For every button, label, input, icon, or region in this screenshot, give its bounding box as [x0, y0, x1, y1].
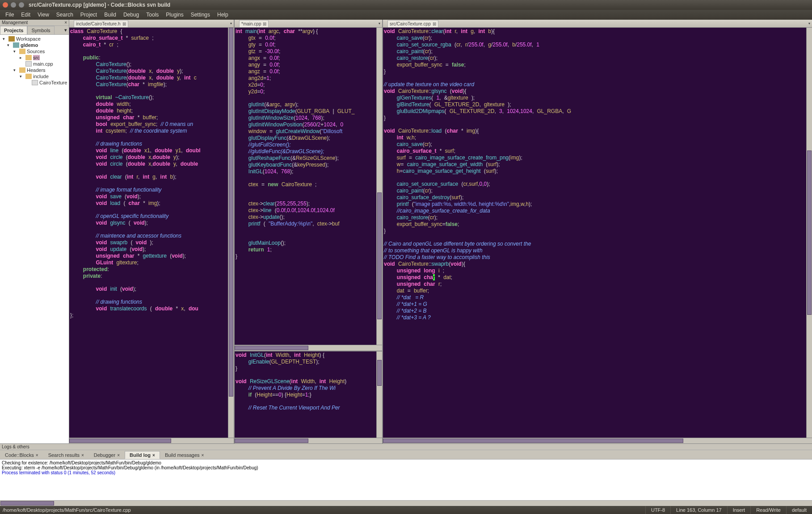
tab-list-dropdown-icon[interactable]: ▾ — [379, 21, 380, 25]
panel-close-icon[interactable]: × — [64, 20, 67, 25]
window-title: src/CairoTexture.cpp [gldemo] - Code::Bl… — [29, 2, 170, 8]
file-tab-cairotexture-h[interactable]: include/CairoTexture.h ⊠ — [74, 20, 128, 27]
horizontal-scrollbar[interactable] — [69, 438, 234, 443]
management-panel: Management × Projects Symbols ▾ ▾Workspa… — [0, 20, 69, 443]
tree-toggle-icon[interactable]: ▾ — [3, 37, 7, 41]
vertical-scrollbar[interactable] — [376, 28, 382, 345]
menu-edit[interactable]: Edit — [17, 12, 34, 18]
folder-icon — [25, 55, 32, 60]
code-editor-area[interactable]: void InitGL(int Width, int Height) { glE… — [235, 351, 376, 438]
horizontal-scrollbar[interactable] — [235, 438, 382, 443]
menu-search[interactable]: Search — [53, 12, 77, 18]
tab-dropdown-icon[interactable]: ▾ — [63, 26, 69, 34]
log-tab-codeblocks[interactable]: Code::Blocks× — [0, 451, 43, 459]
editor-pane-2: *main.cpp ⊠ ▾ int main(int argc, char **… — [235, 20, 382, 443]
menu-help[interactable]: Help — [214, 12, 232, 18]
status-cursor-position: Line 163, Column 17 — [670, 506, 727, 514]
log-tab-debugger[interactable]: Debugger× — [89, 451, 125, 459]
tree-include[interactable]: include — [33, 74, 49, 79]
window-titlebar: src/CairoTexture.cpp [gldemo] - Code::Bl… — [0, 0, 812, 10]
menubar: File Edit View Search Project Build Debu… — [0, 10, 812, 20]
workspace-icon — [8, 36, 15, 42]
tree-toggle-icon[interactable]: ▾ — [7, 43, 12, 47]
menu-tools[interactable]: Tools — [143, 12, 162, 18]
file-tab-main-cpp[interactable]: *main.cpp ⊠ — [239, 20, 269, 27]
window-minimize-icon[interactable] — [11, 2, 16, 8]
statusbar: /home/koft/Desktop/projects/MathFun/src/… — [0, 506, 812, 514]
tree-main-cpp[interactable]: main.cpp — [33, 61, 53, 67]
status-path: /home/koft/Desktop/projects/MathFun/src/… — [0, 507, 645, 513]
status-eol: default — [786, 506, 812, 514]
tab-close-icon[interactable]: ⊠ — [263, 21, 266, 26]
code-editor-area[interactable]: class CairoTexture { cairo_surface_t * s… — [69, 28, 228, 438]
tree-sources[interactable]: Sources — [27, 49, 45, 54]
tab-projects[interactable]: Projects — [0, 26, 27, 34]
menu-settings[interactable]: Settings — [187, 12, 214, 18]
editor-pane-1: include/CairoTexture.h ⊠ ▾ class CairoTe… — [69, 20, 234, 443]
tree-toggle-icon[interactable]: ▸ — [20, 55, 24, 60]
code-editor-area[interactable]: void CairoTexture::clear(int r, int g, i… — [383, 28, 806, 438]
tree-toggle-icon[interactable]: ▾ — [13, 68, 18, 72]
logs-header-label: Logs & others — [2, 444, 29, 449]
tree-toggle-icon[interactable]: ▾ — [20, 74, 24, 79]
window-close-icon[interactable] — [3, 2, 8, 8]
tree-src-folder[interactable]: src — [33, 55, 40, 60]
log-line: Process terminated with status 0 (1 minu… — [2, 470, 810, 475]
management-header-label: Management — [2, 20, 28, 25]
folder-icon — [25, 74, 32, 79]
tab-close-icon[interactable]: ⊠ — [122, 21, 126, 26]
tab-list-dropdown-icon[interactable]: ▾ — [808, 21, 810, 25]
menu-debug[interactable]: Debug — [120, 12, 143, 18]
horizontal-scrollbar[interactable] — [0, 500, 812, 506]
tree-workspace[interactable]: Workspace — [16, 36, 41, 42]
vertical-scrollbar[interactable] — [228, 28, 234, 438]
code-editor-area[interactable]: int main(int argc, char **argv) { gtx = … — [235, 28, 376, 345]
logs-panel: Logs & others Code::Blocks× Search resul… — [0, 443, 812, 506]
horizontal-scrollbar[interactable] — [383, 438, 812, 443]
folder-icon — [19, 49, 25, 54]
vertical-scrollbar[interactable] — [806, 28, 812, 438]
tree-headers[interactable]: Headers — [27, 67, 46, 73]
log-line: Checking for existence: /home/koft/Deskt… — [2, 460, 810, 465]
window-maximize-icon[interactable] — [19, 2, 24, 8]
status-readwrite: Read/Write — [750, 506, 786, 514]
menu-plugins[interactable]: Plugins — [162, 12, 187, 18]
project-tree[interactable]: ▾Workspace ▾gldemo ▾Sources ▸src main.cp… — [0, 35, 69, 443]
log-tab-build-log[interactable]: Build log× — [125, 451, 160, 459]
status-encoding: UTF-8 — [645, 506, 670, 514]
log-tab-build-messages[interactable]: Build messages× — [160, 451, 209, 459]
menu-view[interactable]: View — [34, 12, 53, 18]
tab-list-dropdown-icon[interactable]: ▾ — [230, 21, 232, 25]
vertical-scrollbar[interactable] — [376, 351, 382, 438]
file-icon — [32, 80, 38, 85]
menu-project[interactable]: Project — [77, 12, 101, 18]
folder-icon — [19, 67, 25, 73]
menu-file[interactable]: File — [2, 12, 17, 18]
log-tab-search-results[interactable]: Search results× — [43, 451, 89, 459]
log-line: Executing: xterm -e /home/koft/Desktop/p… — [2, 465, 810, 470]
status-insert-mode: Insert — [727, 506, 751, 514]
tree-cairo-h[interactable]: CairoTexture — [39, 80, 67, 85]
horizontal-scrollbar[interactable] — [235, 345, 382, 351]
tab-close-icon[interactable]: ⊠ — [433, 21, 436, 26]
file-icon — [25, 61, 32, 67]
editor-pane-3: src/CairoTexture.cpp ⊠ ▾ void CairoTextu… — [383, 20, 812, 443]
project-icon — [13, 42, 19, 48]
tree-toggle-icon[interactable]: ▾ — [13, 49, 18, 54]
tree-project[interactable]: gldemo — [21, 42, 38, 48]
file-tab-cairotexture-cpp[interactable]: src/CairoTexture.cpp ⊠ — [387, 20, 438, 27]
menu-build[interactable]: Build — [101, 12, 120, 18]
build-log-output[interactable]: Checking for existence: /home/koft/Deskt… — [0, 460, 812, 500]
tab-symbols[interactable]: Symbols — [27, 26, 54, 34]
